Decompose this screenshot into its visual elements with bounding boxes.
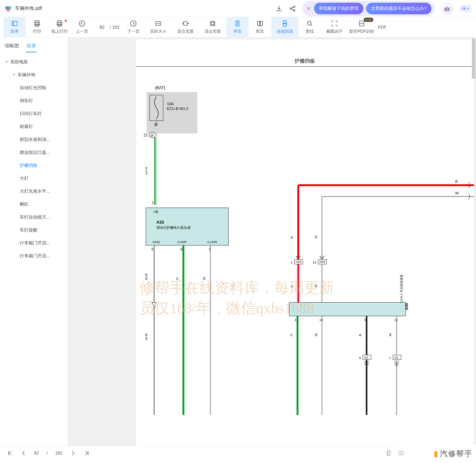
tab-thumbnails[interactable]: 缩略图	[4, 40, 20, 52]
toc-item[interactable]: 前雾灯	[0, 120, 68, 133]
screenshot-ocr-button[interactable]: 截图识字	[321, 17, 348, 37]
svg-rect-20	[258, 21, 260, 26]
svg-text:1: 1	[389, 356, 391, 360]
page-current: 62	[34, 450, 39, 456]
svg-rect-21	[260, 21, 262, 26]
toc-item[interactable]: 大灯	[0, 172, 68, 185]
first-page-icon[interactable]	[7, 450, 13, 456]
avatar[interactable]: 🤖	[441, 2, 453, 15]
page-total: 182	[55, 450, 63, 456]
svg-rect-28	[147, 92, 197, 133]
double-page-button[interactable]: 双页	[249, 17, 271, 37]
toc-item[interactable]: 自动灯光控制	[0, 81, 68, 94]
download-icon[interactable]	[275, 5, 283, 12]
scan-pdf-button[interactable]: SVIP影印PDF识别	[348, 17, 375, 37]
toc-item[interactable]: 燃油加注口盖...	[0, 146, 68, 159]
toc-item[interactable]: 日间行车灯	[0, 107, 68, 120]
svg-text:LA-G: LA-G	[144, 167, 148, 175]
share-icon[interactable]	[289, 5, 296, 12]
tab-toc[interactable]: 目录	[26, 40, 37, 52]
svg-text:1: 1	[152, 201, 154, 205]
fit-page-button[interactable]: 适合页面	[199, 17, 226, 37]
toc-item[interactable]: 喇叭	[0, 198, 68, 211]
online-print-button[interactable]: 线上打印	[48, 17, 71, 37]
svg-text:10: 10	[319, 318, 323, 322]
actual-size-button[interactable]: 实际大小	[145, 17, 172, 37]
next-page-icon[interactable]	[70, 450, 76, 456]
ai-pill-2[interactable]: 文档里的题目不会做怎么办?	[366, 3, 431, 14]
svg-text:GND: GND	[153, 240, 160, 244]
scrollbar-thumb[interactable]	[472, 38, 475, 79]
svg-rect-17	[211, 21, 215, 26]
toc-tree: 系统电路 车辆外饰 自动灯光控制 倒车灯 日间行车灯 前雾灯 前刮水器和清...…	[0, 53, 68, 265]
chevron-down-icon	[5, 60, 8, 64]
svg-text:8: 8	[359, 356, 361, 360]
prev-page-button[interactable]: 上一页	[71, 17, 93, 37]
svg-point-24	[308, 21, 311, 25]
single-page-button[interactable]: 单页	[226, 17, 249, 37]
svg-text:G: G	[289, 334, 293, 336]
prev-page-icon[interactable]	[20, 450, 27, 456]
watermark: 修帮手在线资料库，每周更新	[139, 278, 334, 298]
toc-item[interactable]: 大灯光束水平...	[0, 185, 68, 198]
svg-point-2	[6, 8, 10, 12]
svg-rect-16	[184, 22, 187, 26]
svg-text:A33: A33	[157, 220, 164, 225]
svg-text:4: 4	[295, 318, 297, 322]
svg-text:护栅挡板: 护栅挡板	[294, 58, 315, 64]
app-logo-icon	[4, 4, 12, 13]
svg-text:CANP: CANP	[177, 240, 187, 244]
svg-text:AI1: AI1	[364, 356, 368, 359]
wiring-diagram: 护栅挡板 (BAT) 10A ECU-B NO.2 2 21 5F LA-G 1	[136, 39, 474, 415]
toc-item[interactable]: 行李厢门开启...	[0, 237, 68, 250]
document-view[interactable]: 护栅挡板 (BAT) 10A ECU-B NO.2 2 21 5F LA-G 1	[68, 37, 476, 449]
svg-text:2: 2	[154, 123, 156, 127]
watermark: 员仅168/年，微信qxbs1688	[139, 298, 314, 318]
fit-width-button[interactable]: 适合宽度	[172, 17, 199, 37]
file-name: 车辆外饰.pdf	[15, 5, 42, 12]
svg-text:R: R	[455, 179, 458, 183]
ai-pill-1[interactable]: 帮我解读下我的梦境	[314, 3, 363, 14]
toolbar: 目录 打印 线上打印 上一页 / 182 下一页 实际大小 适合宽度 适合页面 …	[0, 17, 476, 37]
toc-root[interactable]: 系统电路	[0, 55, 68, 68]
catalog-button[interactable]: 目录	[3, 17, 26, 37]
find-button[interactable]: 查找	[298, 17, 321, 37]
chevron-down-icon	[12, 73, 16, 77]
toc-item-active[interactable]: 护栅挡板	[0, 159, 68, 172]
print-button[interactable]: 打印	[26, 17, 48, 37]
close-icon[interactable]	[306, 6, 311, 11]
svg-point-14	[131, 21, 136, 27]
svg-text:5F: 5F	[150, 133, 154, 137]
svg-text:3: 3	[151, 247, 153, 251]
svg-text:A40: A40	[405, 303, 409, 310]
page-input[interactable]	[96, 25, 108, 30]
toc-item[interactable]: 行李厢门开启...	[0, 250, 68, 262]
svg-text:R: R	[290, 236, 294, 239]
continuous-read-button[interactable]: 连续阅读	[271, 17, 298, 37]
toc-item[interactable]: 倒车灯	[0, 94, 68, 107]
toc-item[interactable]: 车灯自动熄灭...	[0, 211, 68, 224]
svg-text:10A: 10A	[167, 102, 174, 106]
scrollbar[interactable]	[471, 37, 476, 449]
next-page-button[interactable]: 下一页	[122, 17, 145, 37]
svg-text:W: W	[388, 333, 392, 336]
svg-point-13	[79, 21, 85, 27]
page-indicator: / 182	[96, 25, 119, 30]
svg-rect-6	[12, 21, 17, 26]
svg-text:AE6: AE6	[319, 260, 325, 264]
hi-badge[interactable]: Hi »	[459, 5, 472, 12]
svg-text:W: W	[314, 235, 318, 239]
page-total: 182	[112, 25, 120, 30]
notification-dot-icon	[65, 20, 67, 22]
svg-text:W: W	[455, 191, 459, 195]
toc-item[interactable]: 车灯提醒	[0, 224, 68, 237]
toc-item[interactable]: 前刮水器和清...	[0, 133, 68, 146]
svg-text:2: 2	[291, 260, 293, 264]
svip-badge: SVIP	[364, 18, 374, 22]
ai-suggestions: 帮我解读下我的梦境 文档里的题目不会做怎么办?	[302, 1, 434, 16]
pdf-menu-button[interactable]: PDF	[375, 17, 389, 37]
brand-watermark: ▮汽修帮手	[388, 445, 476, 463]
last-page-icon[interactable]	[84, 450, 90, 456]
toc-section[interactable]: 车辆外饰	[0, 68, 68, 81]
svg-rect-18	[212, 22, 214, 25]
